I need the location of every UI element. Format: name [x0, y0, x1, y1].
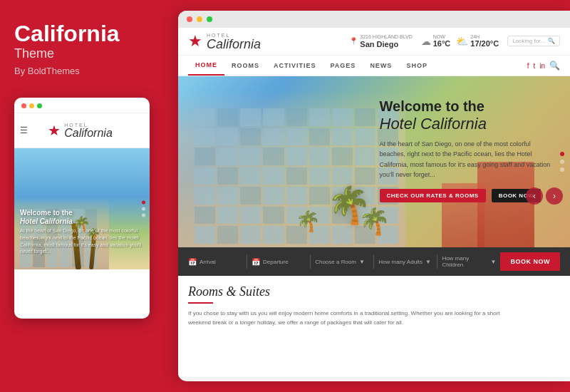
chevron-down-icon-children: ▼: [491, 259, 497, 265]
weather-24h-label: 24H: [470, 34, 499, 39]
booking-adults-label: How many Adults: [378, 259, 423, 265]
nav-search-icon[interactable]: 🔍: [549, 61, 560, 71]
site-location: 📍 3216 HIGHLAND BLVD San Diego: [349, 34, 412, 48]
hero-description: At the heart of San Diego, on one of the…: [380, 139, 556, 180]
nav-item-shop[interactable]: SHOP: [399, 56, 435, 75]
mobile-site-header: ☰ ★ HOTEL California: [14, 113, 150, 148]
site-logo-text-group: HOTEL California: [207, 33, 261, 51]
location-city: San Diego: [360, 40, 412, 48]
twitter-icon[interactable]: t: [533, 62, 535, 70]
hero-nav-arrows: ‹ ›: [526, 187, 563, 205]
mobile-logo-text: HOTEL California: [64, 123, 113, 139]
booking-departure-field[interactable]: 📅 Departure: [252, 258, 306, 266]
nav-item-home[interactable]: HOME: [188, 56, 224, 76]
theme-author: By BoldThemes: [14, 66, 157, 76]
browser-minimize-dot[interactable]: [197, 16, 202, 22]
hero-dot-3[interactable]: [560, 167, 564, 172]
booking-children-label: How many Children: [442, 255, 487, 268]
location-pin-icon: 📍: [349, 37, 358, 45]
weather-forecast-temp: 17/20°C: [470, 39, 499, 48]
weather-box: ☁ NOW 16°C ⛅ 24H 17/20°C: [421, 34, 499, 48]
weather-current-temp: 16°C: [433, 39, 451, 48]
right-panel: ★ HOTEL California 📍 3216 HIGHLAND BLVD …: [178, 11, 570, 381]
site-logo-star-icon: ★: [188, 32, 202, 51]
site-search-bar[interactable]: Looking for... 🔍: [507, 36, 560, 46]
booking-room-select[interactable]: Choose a Room ▼: [315, 259, 369, 265]
booking-divider-4: [437, 254, 437, 269]
site-logo: ★ HOTEL California: [188, 32, 261, 51]
calendar-icon-departure: 📅: [252, 258, 260, 266]
mobile-slide-dot-2: [142, 207, 145, 211]
mobile-logo: ★ HOTEL California: [42, 118, 118, 143]
booking-divider-2: [310, 254, 311, 269]
palm-tree-medium: 🌴: [358, 207, 390, 237]
hero-next-arrow[interactable]: ›: [546, 187, 563, 205]
site-topbar: ★ HOTEL California 📍 3216 HIGHLAND BLVD …: [178, 28, 570, 56]
mobile-slide-dot-3: [142, 214, 145, 217]
hamburger-icon[interactable]: ☰: [20, 125, 28, 135]
hero-dot-2[interactable]: [560, 160, 564, 164]
facebook-icon[interactable]: f: [527, 62, 529, 70]
hero-prev-arrow[interactable]: ‹: [526, 187, 543, 205]
nav-item-news[interactable]: NEWS: [363, 56, 399, 75]
hero-slide-dots: [560, 152, 564, 172]
nav-socials: f t in 🔍: [527, 61, 560, 71]
booking-divider-3: [373, 254, 374, 269]
left-panel: California Theme By BoldThemes ☰ ★ HOTEL…: [0, 0, 171, 392]
rooms-ampersand: &: [227, 284, 240, 299]
mobile-logo-california: California: [64, 128, 113, 139]
theme-title: California: [14, 21, 157, 46]
cloud-icon-2: ⛅: [456, 36, 468, 47]
booking-arrival-field[interactable]: 📅 Arrival: [188, 258, 242, 266]
mobile-hero: 🌴 🌴 Welcome to the Hotel California At t…: [14, 148, 150, 269]
booking-book-button[interactable]: BOOK NOW: [500, 252, 560, 271]
mobile-close-dot: [21, 103, 26, 108]
site-hero: 🌴 🌴 🌴 Welcome to the Hotel California At…: [178, 76, 570, 247]
palm-tree-small: 🌴: [296, 210, 321, 233]
rooms-title-text: Rooms: [188, 284, 223, 299]
weather-forecast: ⛅ 24H 17/20°C: [456, 34, 499, 48]
mobile-minimize-dot: [29, 103, 34, 108]
theme-subtitle: Theme: [14, 46, 157, 61]
browser-expand-dot[interactable]: [207, 16, 212, 22]
weather-current: ☁ NOW 16°C: [421, 34, 451, 48]
mobile-welcome-text: Welcome to the: [20, 208, 144, 217]
weather-forecast-info: 24H 17/20°C: [470, 34, 499, 48]
booking-children-select[interactable]: How many Children ▼: [442, 255, 496, 268]
booking-divider-1: [247, 254, 247, 269]
rooms-description: If you chose to stay with us you will en…: [188, 309, 523, 328]
mobile-hero-desc: At the heart of San Diego, on one of the…: [20, 227, 144, 255]
browser-close-dot[interactable]: [187, 16, 192, 22]
location-info: 3216 HIGHLAND BLVD San Diego: [360, 34, 412, 48]
site-topbar-right: 📍 3216 HIGHLAND BLVD San Diego ☁ NOW 16°…: [349, 34, 560, 48]
hero-hotel-california-text: Hotel California: [380, 115, 556, 133]
check-rates-button[interactable]: CHECK OUR RATES & ROOMS: [380, 189, 486, 202]
search-placeholder-text: Looking for...: [512, 38, 545, 44]
location-address: 3216 HIGHLAND BLVD: [360, 34, 412, 40]
rooms-subtitle-text: Suites: [239, 284, 270, 299]
site-logo-name: California: [207, 38, 261, 51]
hero-text-overlay: Welcome to the Hotel California At the h…: [380, 98, 556, 202]
mobile-hero-text: Welcome to the Hotel California At the h…: [20, 208, 144, 255]
instagram-icon[interactable]: in: [539, 62, 545, 70]
calendar-icon-arrival: 📅: [188, 258, 197, 266]
weather-current-info: NOW 16°C: [433, 34, 451, 48]
booking-adults-select[interactable]: How many Adults ▼: [378, 259, 432, 265]
theme-info: California Theme By BoldThemes: [14, 21, 157, 76]
rooms-section-title: Rooms & Suites: [188, 284, 560, 299]
nav-item-activities[interactable]: ACTIVITIES: [266, 56, 323, 75]
mobile-star-icon: ★: [48, 122, 61, 139]
nav-item-pages[interactable]: PAGES: [323, 56, 363, 75]
rooms-section: Rooms & Suites If you chose to stay with…: [178, 276, 570, 334]
search-icon[interactable]: 🔍: [548, 38, 555, 44]
mobile-preview: ☰ ★ HOTEL California: [14, 98, 150, 319]
nav-item-rooms[interactable]: ROOMS: [224, 56, 266, 75]
site-main-nav: HOME ROOMS ACTIVITIES PAGES NEWS SHOP f …: [178, 56, 570, 76]
booking-arrival-label: Arrival: [200, 259, 216, 265]
weather-now-label: NOW: [433, 34, 451, 39]
mobile-browser-chrome: [14, 98, 150, 113]
chevron-down-icon-room: ▼: [359, 259, 365, 265]
booking-departure-label: Departure: [263, 259, 289, 265]
hero-dot-1[interactable]: [560, 152, 564, 156]
booking-room-label: Choose a Room: [315, 259, 356, 265]
